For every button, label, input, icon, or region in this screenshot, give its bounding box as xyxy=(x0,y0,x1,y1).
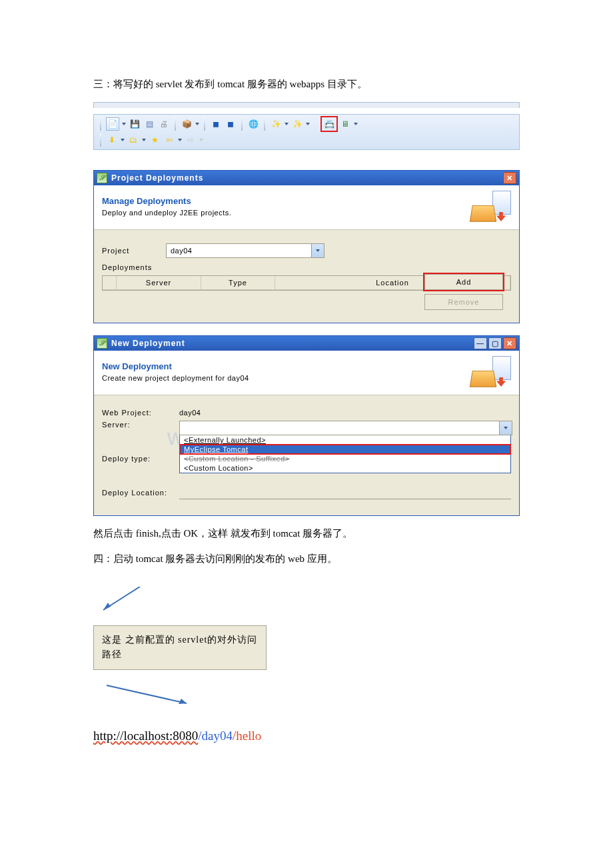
deploy-server-icon[interactable]: 📇 xyxy=(323,118,335,130)
callout-wrap: 这是 之前配置的 servlet的对外访问路径 xyxy=(93,587,267,709)
remove-button[interactable]: Remove xyxy=(424,294,503,310)
banner-heading: New Deployment xyxy=(102,361,471,371)
web-project-label: Web Project: xyxy=(102,409,175,417)
close-icon[interactable]: ✕ xyxy=(503,172,516,184)
back-icon[interactable]: ⇦ xyxy=(163,134,175,146)
svg-marker-1 xyxy=(103,603,111,610)
svg-line-2 xyxy=(107,685,187,703)
dialog-title: New Deployment xyxy=(111,339,185,348)
col-server: Server xyxy=(117,276,201,290)
star-icon[interactable]: ★ xyxy=(149,134,161,146)
server-icon[interactable]: 🖥 xyxy=(339,118,351,130)
web-project-value: day04 xyxy=(179,409,201,417)
banner-heading: Manage Deployments xyxy=(102,196,471,206)
banner-subtext: Create new project deployment for day04 xyxy=(102,374,471,382)
server-select[interactable] xyxy=(179,421,512,435)
blue-cube-icon[interactable]: ◼ xyxy=(210,118,222,130)
url-line: http://localhost:8080/day04/hello xyxy=(93,729,520,743)
maximize-icon[interactable]: ▢ xyxy=(488,337,502,349)
deployments-label: Deployments xyxy=(102,263,511,271)
deploy-icon[interactable]: 📦 xyxy=(181,118,193,130)
new-deployment-dialog: www.bdocx.com 𝒮 New Deployment — ▢ ✕ New… xyxy=(93,335,520,516)
nav-icon[interactable]: 🗂 xyxy=(127,134,139,146)
deploy-banner-icon xyxy=(471,356,511,387)
close-icon[interactable]: ✕ xyxy=(503,337,516,349)
url-path: /hello xyxy=(233,729,261,743)
project-value: day04 xyxy=(167,247,311,255)
heading-four: 四：启动 tomcat 服务器去访问刚刚的发布的 web 应用。 xyxy=(93,551,520,567)
url-context: /day04 xyxy=(198,729,233,743)
after-finish-text: 然后点击 finish,点击 OK，这样 就发布到 tomcat 服务器了。 xyxy=(93,525,520,541)
wand-2-icon[interactable]: ✨ xyxy=(291,118,303,130)
planet-icon[interactable]: 🌐 xyxy=(247,118,259,130)
server-label: Server: xyxy=(102,421,175,429)
palette-icon: 𝒮 xyxy=(97,173,107,183)
server-option-custom-suffixed[interactable]: <Custom Location - Suffixed> xyxy=(180,454,510,463)
deploy-banner-icon xyxy=(471,191,511,221)
server-option-myeclipse[interactable]: MyEclipse Tomcat xyxy=(180,445,510,454)
project-select[interactable]: day04 xyxy=(166,243,324,258)
save-icon[interactable]: 💾 xyxy=(129,118,141,130)
url-host: http://localhost:8080 xyxy=(93,729,198,743)
save-all-icon[interactable]: ▤ xyxy=(143,118,155,130)
new-icon[interactable]: 📄 xyxy=(106,117,119,131)
palette-icon: 𝒮 xyxy=(97,338,107,349)
banner-subtext: Deploy and undeploy J2EE projects. xyxy=(102,209,471,217)
server-option-external[interactable]: <Externally Launched> xyxy=(180,435,510,445)
eclipse-toolbar: 📄 💾 ▤ 🖨 📦 ◼ ◼ 🌐 ✨ ✨ 📇 🖥 xyxy=(93,114,520,150)
heading-three: 三：将写好的 servlet 发布到 tomcat 服务器的 webapps 目… xyxy=(93,76,520,92)
add-button[interactable]: Add xyxy=(424,274,503,290)
deploy-type-label: Deploy type: xyxy=(102,455,175,463)
server-option-custom[interactable]: <Custom Location> xyxy=(180,463,510,473)
blue-cube-icon-2[interactable]: ◼ xyxy=(225,118,237,130)
minimize-icon[interactable]: — xyxy=(474,337,487,349)
forward-icon[interactable]: ⇨ xyxy=(185,134,197,146)
wand-icon[interactable]: ✨ xyxy=(270,118,282,130)
dialog-title: Project Deployments xyxy=(111,173,203,183)
print-icon[interactable]: 🖨 xyxy=(158,118,170,130)
project-deployments-dialog: 𝒮 Project Deployments ✕ Manage Deploymen… xyxy=(93,170,520,323)
down-arrow-icon[interactable]: ⬇ xyxy=(106,134,118,146)
callout-box: 这是 之前配置的 servlet的对外访问路径 xyxy=(93,625,267,670)
col-type: Type xyxy=(201,276,275,290)
deploy-location-label: Deploy Location: xyxy=(102,489,175,497)
server-options[interactable]: <Externally Launched> MyEclipse Tomcat <… xyxy=(179,435,511,473)
project-label: Project xyxy=(102,247,162,255)
deploy-location-field[interactable] xyxy=(179,485,511,499)
